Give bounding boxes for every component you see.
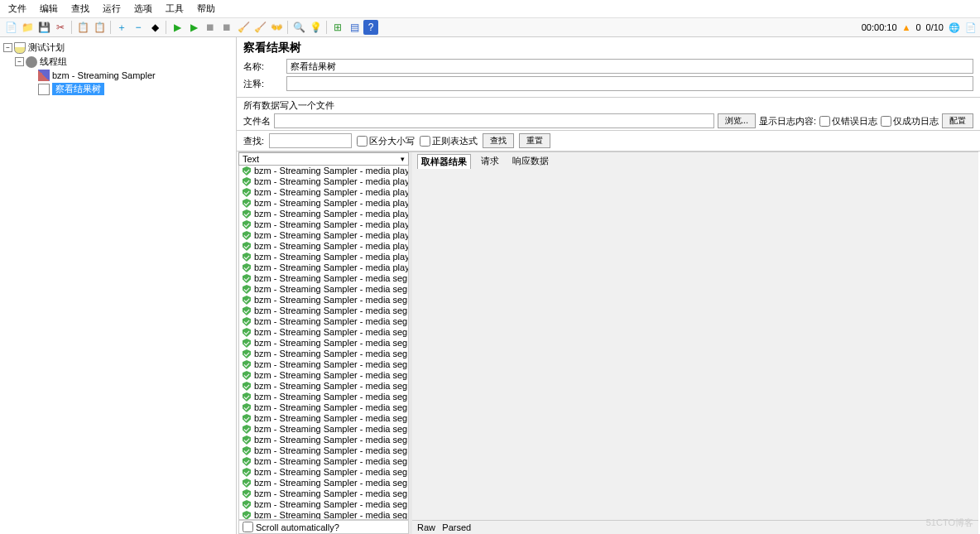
result-item[interactable]: bzm - Streaming Sampler - media segment bbox=[239, 284, 408, 295]
paste-icon[interactable]: 📋 bbox=[92, 20, 107, 35]
result-item[interactable]: bzm - Streaming Sampler - media segment bbox=[239, 381, 408, 392]
result-item[interactable]: bzm - Streaming Sampler - media segment bbox=[239, 445, 408, 456]
result-item[interactable]: bzm - Streaming Sampler - media segment bbox=[239, 499, 408, 510]
result-item[interactable]: bzm - Streaming Sampler - media segment bbox=[239, 338, 408, 349]
result-item[interactable]: bzm - Streaming Sampler - media playlist bbox=[239, 209, 408, 219]
search-icon[interactable]: 🔍 bbox=[291, 20, 306, 35]
errors-only-checkbox[interactable] bbox=[819, 116, 830, 127]
result-item[interactable]: bzm - Streaming Sampler - media playlist bbox=[239, 166, 408, 176]
log-icon[interactable]: 📄 bbox=[965, 22, 977, 33]
renderer-dropdown[interactable]: Text ▾ bbox=[238, 152, 409, 166]
reset-button[interactable]: 重置 bbox=[519, 133, 550, 148]
menu-help[interactable]: 帮助 bbox=[194, 2, 219, 16]
result-item-label: bzm - Streaming Sampler - media segment bbox=[254, 359, 409, 370]
result-item[interactable]: bzm - Streaming Sampler - media playlist bbox=[239, 219, 408, 230]
tab-response[interactable]: 响应数据 bbox=[509, 154, 552, 169]
result-item[interactable]: bzm - Streaming Sampler - media segment bbox=[239, 295, 408, 305]
new-icon[interactable]: 📄 bbox=[3, 20, 18, 35]
result-item[interactable]: bzm - Streaming Sampler - media playlist bbox=[239, 252, 408, 262]
result-item[interactable]: bzm - Streaming Sampler - media segment bbox=[239, 273, 408, 284]
success-only-checkbox[interactable] bbox=[881, 116, 891, 127]
scroll-auto-checkbox[interactable] bbox=[243, 522, 253, 532]
name-label: 名称: bbox=[243, 60, 283, 73]
search-input[interactable] bbox=[269, 133, 352, 148]
result-item[interactable]: bzm - Streaming Sampler - media segment bbox=[239, 456, 408, 467]
result-item[interactable]: bzm - Streaming Sampler - media segment bbox=[239, 413, 408, 424]
success-icon bbox=[243, 360, 251, 369]
configure-button[interactable]: 配置 bbox=[942, 113, 973, 128]
result-item[interactable]: bzm - Streaming Sampler - media segment bbox=[239, 402, 408, 413]
result-item-label: bzm - Streaming Sampler - media segment bbox=[254, 478, 409, 488]
tree-listener[interactable]: 察看结果树 bbox=[2, 82, 234, 96]
menu-tools[interactable]: 工具 bbox=[162, 2, 187, 16]
menu-search[interactable]: 查找 bbox=[68, 2, 93, 16]
start-icon[interactable]: ▶ bbox=[170, 20, 185, 35]
result-item[interactable]: bzm - Streaming Sampler - media playlist bbox=[239, 187, 408, 198]
browse-button[interactable]: 浏览... bbox=[718, 113, 756, 128]
parsed-label[interactable]: Parsed bbox=[442, 522, 471, 532]
case-sensitive-checkbox[interactable] bbox=[357, 136, 368, 147]
expand-icon[interactable]: ＋ bbox=[114, 20, 129, 35]
result-item[interactable]: bzm - Streaming Sampler - media segment bbox=[239, 392, 408, 402]
search-button[interactable]: 查找 bbox=[483, 133, 514, 148]
copy-icon[interactable]: 📋 bbox=[75, 20, 90, 35]
success-only-label: 仅成功日志 bbox=[893, 115, 939, 127]
toggle-icon[interactable]: ◆ bbox=[147, 20, 162, 35]
result-item[interactable]: bzm - Streaming Sampler - media segment bbox=[239, 327, 408, 338]
globe-icon[interactable]: 🌐 bbox=[949, 22, 960, 33]
clearall-icon[interactable]: 🧹 bbox=[252, 20, 267, 35]
tab-sampler-result[interactable]: 取样器结果 bbox=[417, 154, 471, 169]
file-section-header: 所有数据写入一个文件 bbox=[243, 99, 973, 112]
help-icon[interactable]: ? bbox=[363, 20, 378, 35]
menu-options[interactable]: 选项 bbox=[131, 2, 156, 16]
shutdown-icon[interactable]: ⏹ bbox=[219, 20, 234, 35]
result-item[interactable]: bzm - Streaming Sampler - media segment bbox=[239, 305, 408, 316]
result-item[interactable]: bzm - Streaming Sampler - media segment bbox=[239, 488, 408, 499]
tab-request[interactable]: 请求 bbox=[478, 154, 502, 169]
clear-icon[interactable]: 🧹 bbox=[236, 20, 251, 35]
test-plan-tree[interactable]: − 测试计划 − 线程组 bzm - Streaming Sampler 察看结… bbox=[0, 37, 237, 534]
stop-icon[interactable]: ⏹ bbox=[203, 20, 218, 35]
result-item[interactable]: bzm - Streaming Sampler - media segment bbox=[239, 510, 408, 520]
regex-checkbox[interactable] bbox=[420, 136, 430, 147]
result-item[interactable]: bzm - Streaming Sampler - media playlist bbox=[239, 241, 408, 252]
raw-label[interactable]: Raw bbox=[417, 522, 435, 532]
open-icon[interactable]: 📁 bbox=[20, 20, 35, 35]
tree-sampler[interactable]: bzm - Streaming Sampler bbox=[2, 69, 234, 82]
menu-file[interactable]: 文件 bbox=[5, 2, 30, 16]
result-item[interactable]: bzm - Streaming Sampler - media playlist bbox=[239, 230, 408, 241]
collapse-icon[interactable]: − bbox=[131, 20, 146, 35]
result-item[interactable]: bzm - Streaming Sampler - media playlist bbox=[239, 262, 408, 273]
search-label: 查找: bbox=[243, 135, 264, 147]
tree-thread-group[interactable]: − 线程组 bbox=[2, 55, 234, 69]
menu-edit[interactable]: 编辑 bbox=[36, 2, 61, 16]
result-item[interactable]: bzm - Streaming Sampler - media segment bbox=[239, 359, 408, 370]
collapse-icon[interactable]: − bbox=[3, 43, 12, 52]
result-item[interactable]: bzm - Streaming Sampler - media playlist bbox=[239, 176, 408, 187]
result-item[interactable]: bzm - Streaming Sampler - media segment bbox=[239, 467, 408, 478]
result-item-label: bzm - Streaming Sampler - media segment bbox=[254, 456, 409, 467]
save-icon[interactable]: 💾 bbox=[36, 20, 51, 35]
filename-input[interactable] bbox=[274, 113, 714, 128]
collapse-icon[interactable]: − bbox=[15, 57, 24, 66]
result-item[interactable]: bzm - Streaming Sampler - media playlist bbox=[239, 198, 408, 209]
result-item[interactable]: bzm - Streaming Sampler - media segment bbox=[239, 370, 408, 381]
start-notimers-icon[interactable]: ▶ bbox=[186, 20, 201, 35]
tree-icon[interactable]: ⊞ bbox=[330, 20, 345, 35]
menu-run[interactable]: 运行 bbox=[99, 2, 124, 16]
result-item[interactable]: bzm - Streaming Sampler - media segment bbox=[239, 349, 408, 359]
comment-input[interactable] bbox=[286, 76, 973, 91]
function-icon[interactable]: 💡 bbox=[308, 20, 323, 35]
regex-label: 正则表达式 bbox=[432, 135, 478, 147]
result-item[interactable]: bzm - Streaming Sampler - media segment bbox=[239, 478, 408, 488]
tree-test-plan[interactable]: − 测试计划 bbox=[2, 41, 234, 55]
report-icon[interactable]: ▤ bbox=[347, 20, 362, 35]
result-item[interactable]: bzm - Streaming Sampler - media segment bbox=[239, 424, 408, 435]
result-item[interactable]: bzm - Streaming Sampler - media segment bbox=[239, 316, 408, 327]
cut-icon[interactable]: ✂ bbox=[53, 20, 68, 35]
name-input[interactable] bbox=[286, 59, 973, 74]
result-list[interactable]: bzm - Streaming Sampler - media playlist… bbox=[238, 166, 409, 520]
remote-icon[interactable]: 👐 bbox=[269, 20, 284, 35]
result-item[interactable]: bzm - Streaming Sampler - media segment bbox=[239, 435, 408, 445]
success-icon bbox=[243, 479, 251, 488]
